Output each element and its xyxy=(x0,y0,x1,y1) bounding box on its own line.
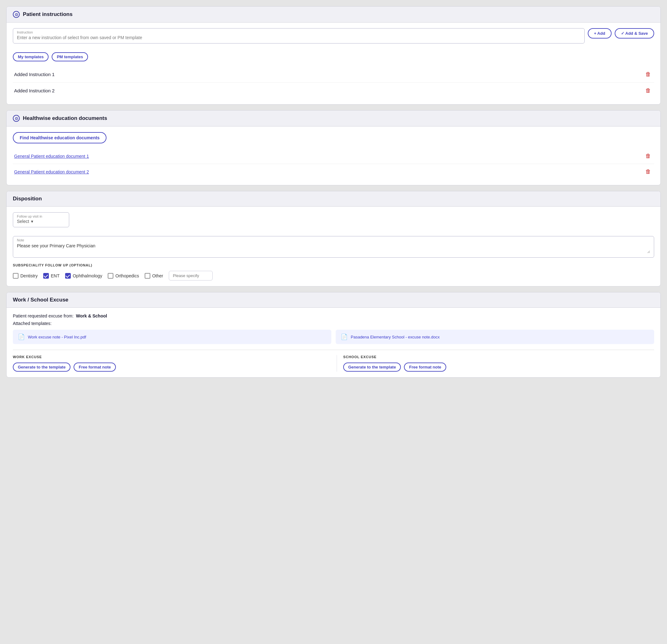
doc-row-2: General Patient education document 2 🗑 xyxy=(13,164,654,179)
patient-instructions-header: ⊙ Patient instructions xyxy=(6,6,661,22)
instruction-text-2: Added Instruction 2 xyxy=(14,88,54,93)
delete-doc-1-button[interactable]: 🗑 xyxy=(644,152,653,160)
healthwise-circle-icon: ⊙ xyxy=(13,115,20,122)
instruction-row-2: Added Instruction 2 🗑 xyxy=(13,83,654,99)
ent-checkbox-box xyxy=(43,273,49,279)
other-label: Other xyxy=(152,273,163,278)
school-free-format-button[interactable]: Free format note xyxy=(404,363,446,371)
instruction-input[interactable] xyxy=(17,35,581,40)
disposition-body: Follow up visit in Select ▾ Note Please … xyxy=(6,207,661,286)
file-row: 📄 Work excuse note - Pixel Inc.pdf 📄 Pas… xyxy=(13,330,654,344)
ophthalmology-checkbox-box xyxy=(65,273,71,279)
orthopedics-label: Orthopedics xyxy=(115,273,139,278)
follow-up-wrapper-container: Follow up visit in Select ▾ xyxy=(13,212,654,232)
follow-up-placeholder: Select xyxy=(17,219,29,224)
checkbox-ophthalmology[interactable]: Ophthalmology xyxy=(65,273,102,279)
follow-up-label: Follow up visit in xyxy=(17,214,65,218)
instruction-input-row: Instruction + Add ✓ Add & Save xyxy=(13,28,654,48)
find-healthwise-button[interactable]: Find Healthwise education documents xyxy=(13,132,107,143)
circle-minus-icon: ⊙ xyxy=(13,11,20,18)
patient-instructions-body: Instruction + Add ✓ Add & Save My templa… xyxy=(6,22,661,104)
note-wrapper: Note Please see your Primary Care Physic… xyxy=(13,236,654,258)
ophthalmology-label: Ophthalmology xyxy=(72,273,102,278)
instruction-row-1: Added Instruction 1 🗑 xyxy=(13,66,654,83)
work-school-section: Work / School Excuse Patient requested e… xyxy=(6,292,661,378)
pm-templates-button[interactable]: PM templates xyxy=(52,52,88,61)
patient-requested-value: Work & School xyxy=(76,313,107,318)
school-excuse-buttons: Generate to the template Free format not… xyxy=(343,363,654,371)
note-label: Note xyxy=(17,238,650,242)
disposition-section: Disposition Follow up visit in Select ▾ … xyxy=(6,191,661,286)
doc-row-1: General Patient education document 1 🗑 xyxy=(13,148,654,164)
work-school-body: Patient requested excuse from: Work & Sc… xyxy=(6,308,661,377)
instruction-field-wrapper: Instruction xyxy=(13,28,585,44)
my-templates-button[interactable]: My templates xyxy=(13,52,49,61)
work-school-title: Work / School Excuse xyxy=(13,297,68,303)
instruction-text-1: Added Instruction 1 xyxy=(14,72,54,77)
patient-instructions-section: ⊙ Patient instructions Instruction + Add… xyxy=(6,6,661,104)
patient-instructions-title: Patient instructions xyxy=(23,11,72,18)
work-excuse-label: WORK EXCUSE xyxy=(13,355,330,359)
patient-requested-label: Patient requested excuse from: xyxy=(13,313,74,318)
work-file-name: Work excuse note - Pixel Inc.pdf xyxy=(28,335,86,340)
follow-up-dropdown-wrapper: Follow up visit in Select ▾ xyxy=(13,212,69,227)
healthwise-title: Healthwise education documents xyxy=(23,115,107,121)
orthopedics-checkbox-box xyxy=(108,273,113,279)
file-icon-2: 📄 xyxy=(341,333,347,340)
school-file-item[interactable]: 📄 Pasadena Elementary School - excuse no… xyxy=(336,330,654,344)
healthwise-header: ⊙ Healthwise education documents xyxy=(6,111,661,127)
disposition-header: Disposition xyxy=(6,191,661,207)
other-checkbox-box xyxy=(145,273,150,279)
add-save-button[interactable]: ✓ Add & Save xyxy=(615,28,654,38)
work-excuse-buttons: Generate to the template Free format not… xyxy=(13,363,330,371)
checkbox-other[interactable]: Other xyxy=(145,273,163,279)
follow-up-select[interactable]: Select ▾ xyxy=(17,219,65,224)
disposition-title: Disposition xyxy=(13,196,42,202)
checkbox-ent[interactable]: ENT xyxy=(43,273,60,279)
delete-instruction-2-button[interactable]: 🗑 xyxy=(644,87,653,95)
instruction-field-label: Instruction xyxy=(17,30,581,34)
healthwise-section: ⊙ Healthwise education documents Find He… xyxy=(6,110,661,185)
checkbox-orthopedics[interactable]: Orthopedics xyxy=(108,273,139,279)
delete-doc-2-button[interactable]: 🗑 xyxy=(644,168,653,176)
doc-link-2[interactable]: General Patient education document 2 xyxy=(14,169,89,175)
delete-instruction-1-button[interactable]: 🗑 xyxy=(644,70,653,78)
school-generate-button[interactable]: Generate to the template xyxy=(343,363,401,371)
subspecialty-checkbox-row: Dentistry ENT Ophthalmology Orthopedics … xyxy=(13,271,654,281)
add-button[interactable]: + Add xyxy=(588,28,612,38)
file-icon-1: 📄 xyxy=(18,333,25,340)
ent-label: ENT xyxy=(51,273,60,278)
excuse-columns: WORK EXCUSE Generate to the template Fre… xyxy=(13,350,654,371)
healthwise-body: Find Healthwise education documents Gene… xyxy=(6,127,661,185)
checkbox-dentistry[interactable]: Dentistry xyxy=(13,273,37,279)
dentistry-checkbox-box xyxy=(13,273,18,279)
work-file-item[interactable]: 📄 Work excuse note - Pixel Inc.pdf xyxy=(13,330,331,344)
subspecialty-label: SUBSPECIALITY FOLLOW UP (OPTIONAL) xyxy=(13,263,654,267)
attached-label: Attached templates: xyxy=(13,321,654,326)
please-specify-input[interactable] xyxy=(169,271,213,281)
school-excuse-col: SCHOOL EXCUSE Generate to the template F… xyxy=(337,355,654,371)
patient-requested-line: Patient requested excuse from: Work & Sc… xyxy=(13,313,654,318)
note-textarea[interactable]: Please see your Primary Care Physician xyxy=(17,243,650,253)
work-school-header: Work / School Excuse xyxy=(6,293,661,308)
work-generate-button[interactable]: Generate to the template xyxy=(13,363,70,371)
work-free-format-button[interactable]: Free format note xyxy=(74,363,116,371)
work-excuse-col: WORK EXCUSE Generate to the template Fre… xyxy=(13,355,330,371)
school-file-name: Pasadena Elementary School - excuse note… xyxy=(351,335,440,340)
chevron-down-icon: ▾ xyxy=(31,219,33,224)
doc-link-1[interactable]: General Patient education document 1 xyxy=(14,154,89,159)
template-buttons-row: My templates PM templates xyxy=(13,52,654,61)
dentistry-label: Dentistry xyxy=(20,273,37,278)
school-excuse-label: SCHOOL EXCUSE xyxy=(343,355,654,359)
